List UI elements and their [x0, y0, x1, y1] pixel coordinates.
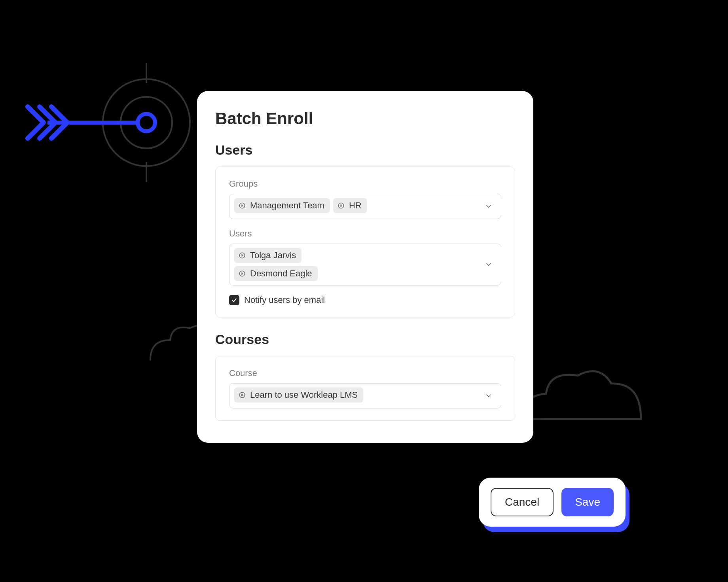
tag-label: Tolga Jarvis: [250, 250, 296, 261]
save-button[interactable]: Save: [561, 488, 614, 516]
users-section-heading: Users: [215, 142, 515, 158]
remove-tag-icon[interactable]: [238, 391, 246, 399]
batch-enroll-modal: Batch Enroll Users Groups Management Tea…: [197, 91, 533, 443]
groups-field-label: Groups: [229, 179, 501, 189]
users-multiselect[interactable]: Tolga Jarvis Desmond Eagle: [229, 244, 501, 285]
notify-checkbox-row: Notify users by email: [229, 295, 501, 305]
remove-tag-icon[interactable]: [238, 251, 246, 259]
course-field-label: Course: [229, 368, 501, 378]
group-tag: Management Team: [234, 198, 330, 213]
tag-label: Learn to use Workleap LMS: [250, 390, 358, 400]
chevron-down-icon[interactable]: [484, 202, 493, 211]
groups-multiselect[interactable]: Management Team HR: [229, 194, 501, 219]
course-tag: Learn to use Workleap LMS: [234, 387, 363, 402]
group-tag: HR: [333, 198, 367, 213]
svg-point-5: [138, 114, 155, 131]
remove-tag-icon[interactable]: [238, 202, 246, 210]
tag-label: Management Team: [250, 200, 324, 211]
course-multiselect[interactable]: Learn to use Workleap LMS: [229, 383, 501, 408]
chevron-down-icon[interactable]: [484, 391, 493, 400]
tag-label: Desmond Eagle: [250, 268, 312, 279]
modal-title: Batch Enroll: [215, 109, 515, 128]
cancel-button[interactable]: Cancel: [491, 488, 554, 516]
user-tag: Tolga Jarvis: [234, 248, 301, 263]
notify-checkbox[interactable]: [229, 295, 239, 305]
target-arrow-decoration: [16, 59, 206, 202]
tag-label: HR: [349, 200, 362, 211]
remove-tag-icon[interactable]: [238, 270, 246, 278]
users-field-label: Users: [229, 229, 501, 239]
courses-section-heading: Courses: [215, 332, 515, 347]
svg-point-4: [121, 97, 172, 148]
notify-checkbox-label: Notify users by email: [244, 295, 325, 305]
action-bar: Cancel Save: [479, 478, 626, 527]
courses-section-box: Course Learn to use Workleap LMS: [215, 356, 515, 421]
cloud-decoration-right: [518, 360, 645, 423]
chevron-down-icon[interactable]: [484, 260, 493, 269]
user-tag: Desmond Eagle: [234, 266, 318, 281]
users-section-box: Groups Management Team HR Users: [215, 166, 515, 317]
remove-tag-icon[interactable]: [337, 202, 345, 210]
svg-point-3: [103, 79, 190, 166]
